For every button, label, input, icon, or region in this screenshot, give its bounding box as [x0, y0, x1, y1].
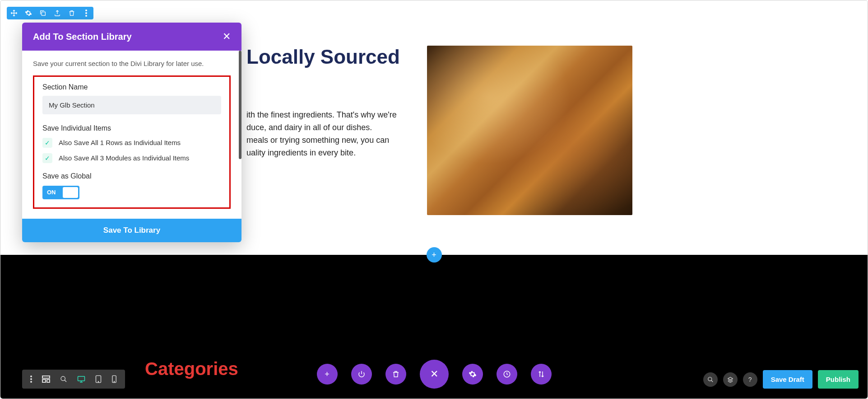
svg-point-10 [61, 376, 65, 380]
add-button[interactable]: + [317, 364, 338, 385]
svg-rect-0 [42, 12, 45, 15]
toggle-knob [63, 187, 78, 198]
checkbox-modules-label: Also Save All 3 Modules as Individual It… [59, 154, 189, 162]
svg-point-3 [85, 15, 87, 17]
save-draft-button[interactable]: Save Draft [763, 370, 812, 389]
gear-icon[interactable] [24, 9, 33, 18]
checkbox-row-modules: ✓ Also Save All 3 Modules as Individual … [42, 153, 221, 163]
more-icon[interactable] [82, 9, 91, 18]
gear-icon[interactable] [462, 364, 483, 385]
svg-point-13 [98, 381, 98, 382]
builder-action-row: + ✕ [317, 360, 552, 389]
section-name-input[interactable] [42, 96, 221, 114]
svg-point-2 [85, 12, 87, 14]
modal-header: Add To Section Library ✕ [22, 23, 241, 51]
svg-point-17 [708, 377, 711, 380]
section-toolbar [7, 7, 93, 19]
scrollbar[interactable] [239, 51, 241, 159]
tablet-icon[interactable] [95, 375, 102, 383]
modal-body: Save your current section to the Divi Li… [22, 51, 241, 219]
close-icon[interactable]: ✕ [223, 31, 231, 42]
power-icon[interactable] [351, 364, 372, 385]
checkbox-rows-label: Also Save All 1 Rows as Individual Items [59, 139, 181, 146]
save-to-library-button[interactable]: Save To Library [22, 219, 241, 242]
search-icon[interactable] [703, 372, 718, 387]
layers-icon[interactable] [723, 372, 738, 387]
hero-text: Locally Sourced ith the finest ingredien… [246, 46, 400, 215]
modal-title: Add To Section Library [33, 32, 132, 42]
svg-point-4 [30, 376, 32, 377]
svg-point-5 [30, 378, 32, 380]
desktop-icon[interactable] [77, 376, 85, 383]
sort-icon[interactable] [531, 364, 552, 385]
right-action-bar: ? Save Draft Publish [703, 370, 859, 389]
svg-rect-8 [42, 380, 46, 382]
checkbox-modules[interactable]: ✓ [42, 153, 52, 163]
toggle-state-label: ON [47, 189, 56, 196]
history-icon[interactable] [497, 364, 517, 385]
svg-rect-7 [42, 376, 50, 378]
modal-intro: Save your current section to the Divi Li… [33, 59, 231, 69]
phone-icon[interactable] [111, 375, 117, 383]
device-preview-bar [22, 370, 125, 389]
trash-icon[interactable] [67, 9, 76, 18]
save-global-toggle[interactable]: ON [42, 186, 79, 199]
svg-point-1 [85, 9, 87, 11]
svg-point-6 [30, 381, 32, 383]
more-icon[interactable] [30, 376, 32, 383]
close-builder-button[interactable]: ✕ [420, 360, 449, 389]
checkbox-rows[interactable]: ✓ [42, 138, 52, 148]
section-name-label: Section Name [42, 83, 221, 91]
publish-button[interactable]: Publish [818, 370, 859, 389]
highlighted-form-area: Section Name Save Individual Items ✓ Als… [33, 75, 231, 209]
save-library-icon[interactable] [53, 9, 62, 18]
save-global-label: Save as Global [42, 172, 221, 180]
help-icon[interactable]: ? [743, 372, 757, 387]
hero-title: Locally Sourced [246, 46, 400, 68]
hero-body: ith the finest ingredients. That's why w… [246, 109, 400, 160]
save-individual-label: Save Individual Items [42, 124, 221, 132]
svg-rect-9 [47, 380, 50, 382]
trash-icon[interactable] [385, 364, 406, 385]
categories-heading: Categories [145, 359, 238, 379]
zoom-icon[interactable] [60, 376, 67, 383]
duplicate-icon[interactable] [38, 9, 47, 18]
add-to-library-modal: Add To Section Library ✕ Save your curre… [22, 23, 241, 242]
add-section-button[interactable]: + [427, 247, 442, 263]
hero-image [427, 46, 632, 215]
svg-rect-11 [78, 376, 85, 381]
wireframe-icon[interactable] [42, 376, 50, 383]
svg-point-15 [114, 381, 114, 382]
checkbox-row-rows: ✓ Also Save All 1 Rows as Individual Ite… [42, 138, 221, 148]
move-icon[interactable] [9, 9, 19, 18]
